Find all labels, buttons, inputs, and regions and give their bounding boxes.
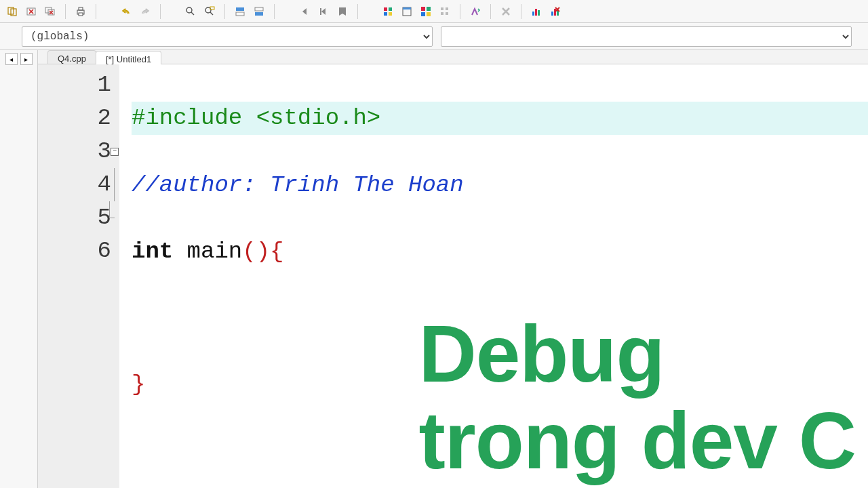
svg-rect-33 (551, 12, 553, 16)
insert-icon[interactable] (232, 3, 248, 20)
undo-icon[interactable] (118, 3, 134, 20)
comment: //author: Trinh The Hoan (132, 172, 464, 198)
stop-icon[interactable] (498, 3, 514, 20)
main-toolbar (0, 0, 868, 23)
run-icon[interactable] (399, 3, 415, 20)
tab-q4[interactable]: Q4.cpp (47, 50, 96, 64)
sidebar-scroll-left-icon[interactable]: ◂ (5, 53, 18, 65)
separator (460, 4, 460, 19)
bookmark-toggle-icon[interactable] (334, 3, 351, 20)
find-icon[interactable] (182, 3, 199, 20)
line-number: 3− (38, 135, 111, 168)
svg-rect-6 (79, 7, 83, 10)
scope-select-right[interactable] (441, 26, 852, 47)
code-content[interactable]: #include <stdio.h> //author: Trinh The H… (119, 64, 868, 488)
copy-icon[interactable] (4, 3, 20, 20)
compile-run-icon[interactable] (418, 3, 434, 20)
line-number: 5 (38, 201, 111, 235)
tab-untitled[interactable]: [*] Untitled1 (96, 51, 161, 64)
delete-profile-icon[interactable] (547, 3, 564, 20)
editor-area: Q4.cpp [*] Untitled1 1 2 3− 4 5 6 #inclu… (38, 50, 868, 488)
separator (224, 4, 225, 19)
close-all-icon[interactable] (42, 3, 58, 20)
tab-bar: Q4.cpp [*] Untitled1 (38, 50, 868, 64)
separator (274, 4, 275, 19)
svg-rect-31 (535, 9, 537, 16)
identifier: main (173, 239, 242, 264)
close-tab-icon[interactable] (23, 3, 39, 20)
svg-rect-32 (538, 10, 540, 16)
line-number: 6 (38, 235, 111, 268)
svg-rect-30 (532, 12, 534, 16)
svg-rect-24 (421, 12, 425, 16)
project-sidebar: ◂ ▸ (0, 50, 38, 488)
svg-rect-26 (441, 7, 443, 10)
brace: (){ (242, 239, 283, 264)
svg-rect-18 (384, 12, 387, 16)
workspace: ◂ ▸ Q4.cpp [*] Untitled1 1 2 3− 4 5 6 #i… (0, 50, 868, 488)
svg-rect-13 (255, 7, 263, 11)
separator (65, 4, 66, 19)
svg-rect-15 (320, 8, 321, 15)
svg-rect-14 (255, 12, 263, 16)
svg-rect-23 (427, 7, 431, 11)
scope-row: (globals) (0, 23, 868, 50)
preprocessor: #include <stdio.h> (132, 105, 380, 131)
svg-rect-16 (384, 7, 387, 11)
gutter: 1 2 3− 4 5 6 (38, 64, 119, 488)
separator (160, 4, 161, 19)
separator (357, 4, 358, 19)
replace-icon[interactable] (201, 3, 218, 20)
separator (96, 4, 96, 19)
profile-icon[interactable] (528, 3, 545, 20)
sidebar-scroll-right-icon[interactable]: ▸ (20, 53, 33, 65)
line-number: 2 (38, 102, 111, 135)
line-number: 4 (38, 168, 111, 201)
redo-icon[interactable] (137, 3, 153, 20)
rebuild-icon[interactable] (437, 3, 453, 20)
bookmark-next-icon[interactable] (315, 3, 332, 20)
line-number: 1 (38, 68, 111, 102)
svg-rect-29 (446, 12, 448, 15)
append-icon[interactable] (251, 3, 267, 20)
debug-icon[interactable] (467, 3, 484, 20)
code-editor[interactable]: 1 2 3− 4 5 6 #include <stdio.h> //author… (38, 64, 868, 488)
svg-rect-22 (421, 7, 425, 11)
fold-toggle-icon[interactable]: − (111, 148, 119, 156)
svg-rect-25 (427, 12, 431, 16)
brace: } (132, 371, 145, 397)
svg-rect-17 (389, 7, 392, 11)
svg-rect-7 (79, 13, 83, 16)
print-icon[interactable] (73, 3, 89, 20)
svg-rect-34 (554, 9, 556, 16)
svg-point-8 (186, 7, 192, 13)
svg-rect-27 (446, 7, 448, 10)
svg-rect-21 (403, 7, 411, 9)
svg-rect-12 (236, 12, 244, 16)
separator (521, 4, 521, 19)
svg-rect-28 (441, 12, 443, 15)
svg-rect-19 (389, 12, 392, 16)
separator (490, 4, 491, 19)
scope-select-left[interactable]: (globals) (22, 26, 433, 47)
bookmark-prev-icon[interactable] (296, 3, 313, 20)
keyword: int (132, 239, 173, 264)
svg-rect-11 (236, 7, 244, 11)
compile-icon[interactable] (380, 3, 396, 20)
